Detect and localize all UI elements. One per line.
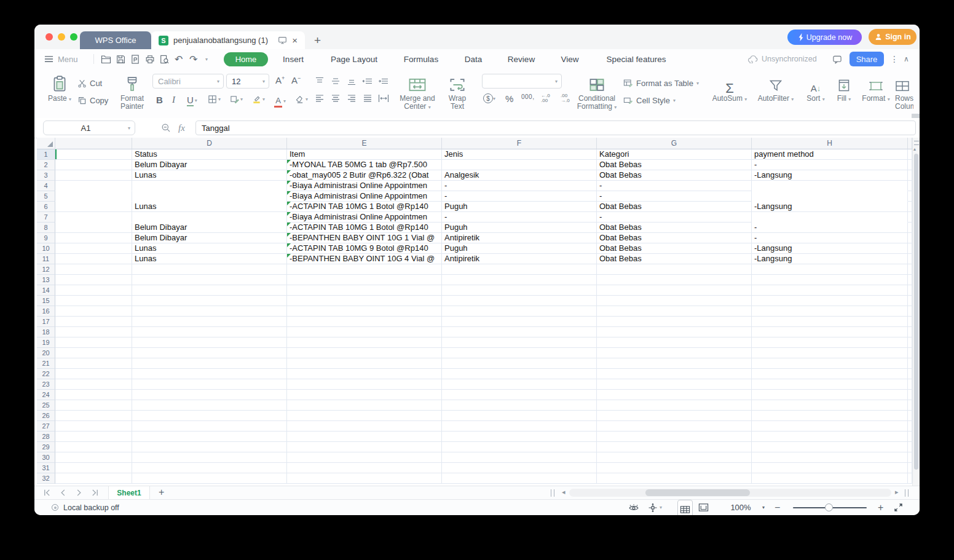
cell-i17[interactable] xyxy=(908,317,912,327)
cell-h31[interactable] xyxy=(752,463,908,473)
cell-e26[interactable] xyxy=(287,411,442,421)
column-header-F[interactable]: F xyxy=(442,138,597,149)
cell-d24[interactable] xyxy=(132,390,287,400)
cell-i3[interactable] xyxy=(908,170,912,181)
cell-g2[interactable]: Obat Bebas xyxy=(597,160,752,170)
column-header-c[interactable] xyxy=(55,138,132,149)
cell-c11[interactable] xyxy=(55,254,132,264)
comma-format-button[interactable]: 000, xyxy=(521,93,534,100)
last-sheet-icon[interactable] xyxy=(91,489,100,497)
cell-d20[interactable] xyxy=(132,348,287,358)
cell-e24[interactable] xyxy=(287,390,442,400)
cell-i14[interactable] xyxy=(908,285,912,296)
cell-h4[interactable] xyxy=(752,181,908,191)
cell-g26[interactable] xyxy=(597,411,752,421)
cell-f12[interactable] xyxy=(442,264,597,275)
cell-d16[interactable] xyxy=(132,306,287,317)
cell-f20[interactable] xyxy=(442,348,597,358)
cell-g24[interactable] xyxy=(597,390,752,400)
cell-f19[interactable] xyxy=(442,337,597,348)
cell-e2[interactable]: -MYONAL TAB 50MG 1 tab @Rp7.500 xyxy=(287,160,442,170)
cell-i7[interactable] xyxy=(908,212,912,223)
cell-f6[interactable]: Puguh xyxy=(442,202,597,212)
scroll-right-icon[interactable]: ▸ xyxy=(895,488,899,496)
tab-home[interactable]: Home xyxy=(224,52,268,66)
cell-c22[interactable] xyxy=(55,369,132,379)
number-format-combo[interactable]: ▾ xyxy=(482,74,562,89)
sheet-tab-sheet1[interactable]: Sheet1 xyxy=(108,486,150,499)
cell-h25[interactable] xyxy=(752,400,908,411)
tab-view[interactable]: View xyxy=(561,49,578,69)
comment-icon[interactable] xyxy=(832,49,842,69)
italic-button[interactable]: I xyxy=(172,95,175,105)
cell-e10[interactable]: -ACTAPIN TAB 10MG 9 Botol @Rp140 xyxy=(287,243,442,254)
column-header-i[interactable] xyxy=(908,138,912,149)
cell-g11[interactable]: Obat Bebas xyxy=(597,254,752,264)
cell-g13[interactable] xyxy=(597,275,752,285)
cell-e21[interactable] xyxy=(287,358,442,369)
cell-d14[interactable] xyxy=(132,285,287,296)
cell-g8[interactable]: Obat Bebas xyxy=(597,223,752,233)
cell-f22[interactable] xyxy=(442,369,597,379)
redo-icon[interactable]: ↷ xyxy=(189,49,197,69)
cell-h12[interactable] xyxy=(752,264,908,275)
cell-c24[interactable] xyxy=(55,390,132,400)
sort-button[interactable]: A↓ Sort ▾ xyxy=(802,73,830,103)
tab-special-features[interactable]: Special features xyxy=(607,49,666,69)
cell-h17[interactable] xyxy=(752,317,908,327)
cell-c31[interactable] xyxy=(55,463,132,473)
cell-e31[interactable] xyxy=(287,463,442,473)
cell-h20[interactable] xyxy=(752,348,908,358)
cell-c20[interactable] xyxy=(55,348,132,358)
close-tab-icon[interactable]: × xyxy=(292,35,298,45)
font-color-button[interactable]: A ▾ xyxy=(274,95,286,108)
cell-f5[interactable]: - xyxy=(442,191,597,202)
row-header-32[interactable]: 32 xyxy=(37,473,55,484)
cell-e5[interactable]: -Biaya Administrasi Online Appointmen xyxy=(287,191,442,202)
tab-document[interactable]: S penjualanobatlangsung (1) × xyxy=(151,31,305,49)
cell-h1[interactable]: payment method xyxy=(752,149,908,160)
cell-d13[interactable] xyxy=(132,275,287,285)
decrease-decimal-button[interactable]: .00→.0 xyxy=(561,93,570,103)
page-layout-view-button[interactable] xyxy=(698,500,709,515)
row-header-31[interactable]: 31 xyxy=(37,463,55,473)
cell-d31[interactable] xyxy=(132,463,287,473)
row-header-3[interactable]: 3 xyxy=(37,170,55,181)
cell-c4[interactable] xyxy=(55,181,132,191)
fullscreen-button[interactable] xyxy=(894,500,903,515)
cell-d30[interactable] xyxy=(132,452,287,463)
cell-f15[interactable] xyxy=(442,296,597,306)
cell-d15[interactable] xyxy=(132,296,287,306)
tab-formulas[interactable]: Formulas xyxy=(404,49,438,69)
local-backup-status[interactable]: Local backup off xyxy=(52,500,119,515)
insert-function-icon[interactable]: fx xyxy=(178,123,185,133)
cell-i20[interactable] xyxy=(908,348,912,358)
cell-h30[interactable] xyxy=(752,452,908,463)
cell-d27[interactable] xyxy=(132,421,287,432)
cell-g7[interactable]: - xyxy=(597,212,752,223)
row-header-9[interactable]: 9 xyxy=(37,233,55,243)
cell-style-button[interactable]: Cell Style ▾ xyxy=(623,93,676,107)
cell-e25[interactable] xyxy=(287,400,442,411)
cell-h5[interactable] xyxy=(752,191,908,202)
cell-e1[interactable]: Item xyxy=(287,149,442,160)
cell-d17[interactable] xyxy=(132,317,287,327)
cell-i18[interactable] xyxy=(908,327,912,337)
cell-c30[interactable] xyxy=(55,452,132,463)
cell-f27[interactable] xyxy=(442,421,597,432)
row-header-7[interactable]: 7 xyxy=(37,212,55,223)
cell-e15[interactable] xyxy=(287,296,442,306)
cell-i26[interactable] xyxy=(908,411,912,421)
decrease-font-size-button[interactable]: A− xyxy=(291,75,301,85)
row-header-5[interactable]: 5 xyxy=(37,191,55,202)
row-header-19[interactable]: 19 xyxy=(37,337,55,348)
cell-g3[interactable]: Obat Bebas xyxy=(597,170,752,181)
underline-button[interactable]: U▾ xyxy=(187,95,197,106)
cell-f8[interactable]: Puguh xyxy=(442,223,597,233)
tab-data[interactable]: Data xyxy=(465,49,483,69)
cell-h7[interactable] xyxy=(752,212,908,223)
cell-e3[interactable]: -obat_may005 2 Butir @Rp6.322 (Obat xyxy=(287,170,442,181)
open-file-icon[interactable] xyxy=(101,49,111,69)
cell-c15[interactable] xyxy=(55,296,132,306)
vertical-scrollbar[interactable]: ▴ xyxy=(912,138,920,486)
